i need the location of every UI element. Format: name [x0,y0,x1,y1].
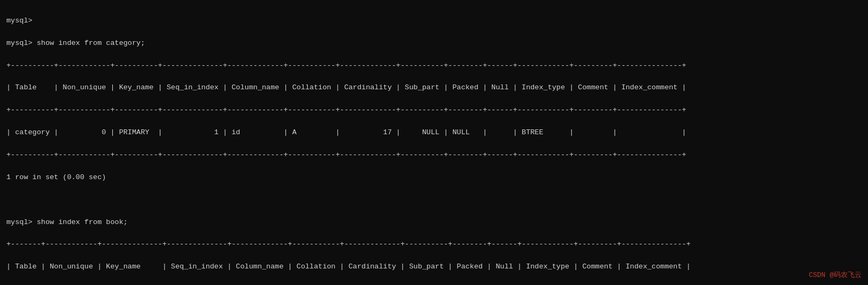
line-8: 1 row in set (0.00 sec) [6,172,862,183]
terminal-window: mysql> mysql> show index from category; … [6,4,862,285]
line-3: +----------+------------+----------+----… [6,60,862,72]
line-11: +-------+------------+--------------+---… [6,239,862,250]
line-7: +----------+------------+----------+----… [6,150,862,161]
line-2: mysql> show index from category; [6,38,862,49]
brand-label: CSDN @码农飞云 [809,270,862,281]
line-10: mysql> show index from book; [6,217,862,228]
line-9 [6,195,862,206]
line-12: | Table | Non_unique | Key_name | Seq_in… [6,261,862,273]
line-6: | category | 0 | PRIMARY | 1 | id | A | … [6,127,862,138]
line-4: | Table | Non_unique | Key_name | Seq_in… [6,82,862,94]
line-5: +----------+------------+----------+----… [6,105,862,116]
line-1: mysql> [6,16,862,27]
